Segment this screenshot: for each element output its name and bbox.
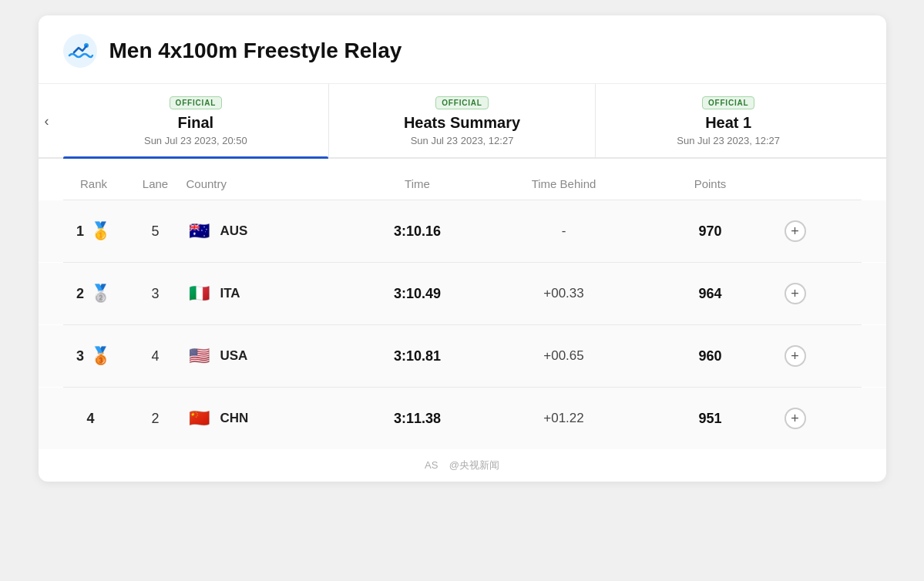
col-lane: Lane: [125, 171, 186, 196]
lane-cell: 3: [125, 286, 186, 302]
time-behind-value: +00.65: [543, 348, 583, 364]
medal-icon: 🥈: [90, 284, 111, 304]
tab-heat1-badge: OFFICIAL: [702, 96, 755, 109]
flag-icon: 🇨🇳: [186, 405, 213, 432]
col-expand: [772, 171, 818, 196]
time-value: 3:11.38: [394, 411, 441, 427]
tab-final-badge: OFFICIAL: [170, 96, 223, 109]
time-value: 3:10.81: [394, 348, 441, 364]
watermark: AS @央视新闻: [39, 449, 886, 482]
medal-icon: 🥇: [90, 221, 111, 241]
expand-button[interactable]: +: [785, 220, 806, 242]
time-value: 3:10.49: [394, 286, 441, 302]
rank-number: 1: [76, 223, 84, 240]
tab-back-arrow[interactable]: ‹: [39, 113, 55, 129]
time-behind-cell: +00.65: [479, 348, 649, 364]
table-row: 2 🥈 3 🇮🇹 ITA 3:10.49 +00.33 964 +: [39, 263, 886, 324]
event-header: Men 4x100m Freestyle Relay: [39, 15, 886, 84]
tab-heats-date: Sun Jul 23 2023, 12:27: [411, 135, 514, 146]
time-behind-cell: -: [479, 223, 649, 239]
tab-heat1-date: Sun Jul 23 2023, 12:27: [677, 135, 780, 146]
rank-cell: 2 🥈: [63, 284, 125, 304]
lane-number: 5: [151, 223, 159, 240]
time-value: 3:10.16: [394, 223, 441, 240]
results-body: 1 🥇 5 🇦🇺 AUS 3:10.16 - 970 + 2 🥈: [39, 200, 886, 449]
expand-button[interactable]: +: [785, 283, 806, 304]
lane-cell: 5: [125, 223, 186, 240]
tab-heats-badge: OFFICIAL: [435, 96, 489, 109]
expand-button[interactable]: +: [785, 345, 806, 367]
tab-final-date: Sun Jul 23 2023, 20:50: [144, 135, 247, 146]
rank-cell: 1 🥇: [63, 221, 125, 241]
event-title: Men 4x100m Freestyle Relay: [109, 39, 402, 63]
rank-number: 4: [86, 411, 94, 427]
country-code: USA: [220, 348, 248, 364]
flag-icon: 🇦🇺: [186, 218, 213, 244]
flag-icon: 🇮🇹: [186, 280, 213, 307]
time-cell: 3:11.38: [356, 411, 479, 427]
table-row: 3 🥉 4 🇺🇸 USA 3:10.81 +00.65 960 +: [39, 325, 886, 387]
tabs-row: ‹ OFFICIAL Final Sun Jul 23 2023, 20:50 …: [39, 84, 886, 159]
expand-cell[interactable]: +: [772, 408, 818, 429]
time-cell: 3:10.81: [356, 348, 479, 364]
expand-button[interactable]: +: [785, 408, 806, 429]
expand-cell[interactable]: +: [772, 345, 818, 367]
country-cell: 🇮🇹 ITA: [186, 280, 356, 307]
flag-icon: 🇺🇸: [186, 343, 213, 369]
col-time: Time: [356, 171, 479, 196]
col-time-behind: Time Behind: [479, 171, 649, 196]
medal-icon: 🥉: [90, 346, 111, 366]
rank-cell: 4: [63, 411, 125, 427]
swimming-icon: [63, 34, 97, 68]
tabs-container: OFFICIAL Final Sun Jul 23 2023, 20:50 OF…: [63, 84, 862, 157]
col-country: Country: [186, 171, 356, 196]
lane-number: 3: [151, 286, 159, 302]
country-code: CHN: [220, 411, 249, 426]
country-code: AUS: [220, 223, 248, 239]
time-behind-value: +01.22: [543, 411, 583, 426]
time-cell: 3:10.16: [356, 223, 479, 240]
points-cell: 960: [649, 348, 772, 364]
points-value: 970: [698, 223, 721, 240]
col-points: Points: [649, 171, 772, 196]
country-code: ITA: [220, 286, 240, 301]
rank-number: 3: [76, 348, 84, 364]
country-cell: 🇺🇸 USA: [186, 343, 356, 369]
tab-heat1-name: Heat 1: [705, 114, 751, 132]
tab-heat1[interactable]: OFFICIAL Heat 1 Sun Jul 23 2023, 12:27: [596, 84, 862, 157]
rank-number: 2: [76, 286, 84, 302]
time-behind-value: +00.33: [543, 286, 583, 301]
lane-number: 4: [151, 348, 159, 364]
time-behind-value: -: [562, 223, 566, 239]
table-header: Rank Lane Country Time Time Behind Point…: [39, 171, 886, 196]
lane-cell: 2: [125, 411, 186, 427]
svg-point-0: [63, 34, 97, 68]
time-cell: 3:10.49: [356, 286, 479, 302]
points-cell: 964: [649, 286, 772, 302]
expand-cell[interactable]: +: [772, 283, 818, 304]
points-cell: 951: [649, 411, 772, 427]
points-value: 960: [698, 348, 721, 364]
tab-heats-summary[interactable]: OFFICIAL Heats Summary Sun Jul 23 2023, …: [329, 84, 596, 157]
points-cell: 970: [649, 223, 772, 240]
country-cell: 🇦🇺 AUS: [186, 218, 356, 244]
tab-final-name: Final: [178, 114, 214, 132]
lane-cell: 4: [125, 348, 186, 364]
lane-number: 2: [151, 411, 159, 427]
tab-final[interactable]: OFFICIAL Final Sun Jul 23 2023, 20:50: [63, 84, 330, 157]
time-behind-cell: +00.33: [479, 286, 649, 301]
results-card: Men 4x100m Freestyle Relay ‹ OFFICIAL Fi…: [39, 15, 886, 482]
tab-heats-name: Heats Summary: [404, 114, 520, 132]
points-value: 951: [698, 411, 721, 427]
country-cell: 🇨🇳 CHN: [186, 405, 356, 432]
col-rank: Rank: [63, 171, 125, 196]
time-behind-cell: +01.22: [479, 411, 649, 426]
table-row: 4 2 🇨🇳 CHN 3:11.38 +01.22 951 +: [39, 388, 886, 449]
rank-cell: 3 🥉: [63, 346, 125, 366]
table-row: 1 🥇 5 🇦🇺 AUS 3:10.16 - 970 +: [39, 200, 886, 262]
expand-cell[interactable]: +: [772, 220, 818, 242]
points-value: 964: [698, 286, 721, 302]
